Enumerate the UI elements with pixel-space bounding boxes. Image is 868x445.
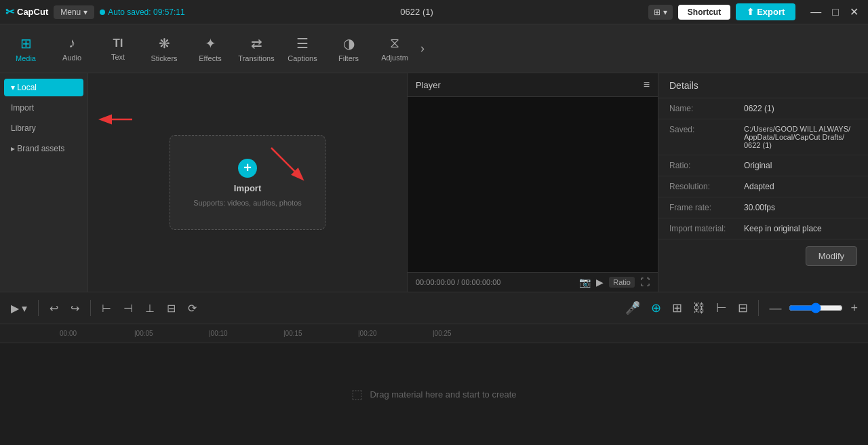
filters-label: Filters: [338, 54, 359, 62]
local-button[interactable]: ▾ Local: [4, 79, 83, 96]
redo-button[interactable]: ↪: [66, 299, 83, 317]
tool-captions[interactable]: ☰ Captions: [279, 26, 326, 72]
auto-saved-indicator: Auto saved: 09:57:11: [100, 7, 184, 17]
ruler-tick-3: |00:15: [283, 330, 302, 337]
tool-filters[interactable]: ◑ Filters: [326, 26, 372, 72]
shortcut-button[interactable]: Shortcut: [678, 5, 730, 20]
split-mid-button[interactable]: ⊣: [119, 299, 137, 317]
saved-value: C:/Users/GOOD WILL ALWAYS/AppData/Local/…: [744, 125, 850, 149]
import-material-label: Import material:: [669, 224, 744, 233]
toolbar-separator-3: [758, 300, 759, 316]
ratio-value: Original: [744, 161, 772, 170]
play-button[interactable]: ▶: [596, 277, 604, 288]
mic-button[interactable]: 🎤: [622, 298, 644, 318]
bottom-section: ▶ ▾ ↩ ↪ ⊢ ⊣ ⊥ ⊟ ⟳ 🎤 ⊕ ⊞ ⛓ ⊢ ⊟ —: [0, 292, 868, 445]
import-material-value: Keep in original place: [744, 224, 822, 233]
bottom-toolbar: ▶ ▾ ↩ ↪ ⊢ ⊣ ⊥ ⊟ ⟳ 🎤 ⊕ ⊞ ⛓ ⊢ ⊟ —: [0, 292, 868, 324]
delete-button[interactable]: ⊟: [163, 299, 180, 317]
player-timecode: 00:00:00:00 / 00:00:00:00: [416, 278, 500, 286]
player-screen: [408, 97, 658, 272]
resolution-label: Resolution:: [669, 182, 744, 191]
view-toggle-button[interactable]: ⊞ ▾: [648, 5, 672, 20]
svg-line-1: [271, 148, 302, 178]
timeline-content: ⬚ Drag material here and start to create: [0, 343, 868, 445]
ruler-tick-2: |00:10: [209, 330, 228, 337]
menu-button[interactable]: Menu ▾: [54, 5, 94, 19]
duplicate-button[interactable]: ⊟: [734, 298, 751, 318]
magnet-button[interactable]: ⊕: [648, 298, 665, 318]
player-menu-button[interactable]: ≡: [644, 79, 650, 91]
details-saved-row: Saved: C:/Users/GOOD WILL ALWAYS/AppData…: [658, 119, 868, 155]
details-resolution-row: Resolution: Adapted: [658, 176, 868, 197]
captions-label: Captions: [288, 54, 317, 62]
media-player-row: ▾ Local Import Library ▸ Brand assets: [0, 73, 868, 292]
toolbar-more-button[interactable]: ›: [418, 41, 427, 56]
logo-text: CapCut: [17, 7, 48, 17]
screenshot-button[interactable]: 📷: [579, 277, 591, 288]
import-box[interactable]: + Import Supports: videos, audios, photo…: [170, 135, 326, 230]
ruler-tick-1: |00:05: [134, 330, 153, 337]
main-toolbar: ⊞ Media ♪ Audio TI Text ❋ Stickers ✦ Eff…: [0, 24, 868, 73]
text-label: Text: [111, 53, 125, 61]
player-buttons: 📷 ▶ Ratio ⛶: [579, 277, 650, 288]
left-body: ▾ Local Import Library ▸ Brand assets: [0, 73, 868, 445]
tool-effects[interactable]: ✦ Effects: [187, 26, 233, 72]
tool-media[interactable]: ⊞ Media: [3, 26, 49, 72]
import-plus-icon[interactable]: +: [238, 159, 257, 178]
tool-transitions[interactable]: ⇄ Transitions: [233, 26, 279, 72]
app-logo: ✂ CapCut: [5, 5, 48, 18]
audio-icon: ♪: [68, 35, 75, 51]
crop-button[interactable]: ⊢: [713, 298, 730, 318]
tool-adjustm[interactable]: ⧖ Adjustm: [372, 26, 418, 72]
tool-stickers[interactable]: ❋ Stickers: [141, 26, 187, 72]
split-button[interactable]: ⊥: [141, 299, 159, 317]
adjustm-icon: ⧖: [390, 35, 399, 51]
minimize-button[interactable]: —: [806, 4, 825, 20]
details-name-row: Name: 0622 (1): [658, 98, 868, 119]
ruler-tick-4: |00:20: [358, 330, 377, 337]
window-controls: — □ ✕: [806, 4, 863, 20]
zoom-out-button[interactable]: —: [766, 298, 785, 318]
stickers-label: Stickers: [151, 54, 177, 62]
toolbar-right-controls: 🎤 ⊕ ⊞ ⛓ ⊢ ⊟ — +: [622, 298, 861, 318]
undo-button[interactable]: ↩: [45, 299, 62, 317]
saved-label: Saved:: [669, 125, 744, 149]
media-icon: ⊞: [20, 35, 32, 52]
fullscreen-button[interactable]: ⛶: [640, 277, 650, 288]
name-label: Name:: [669, 104, 744, 113]
left-panel: ▾ Local Import Library ▸ Brand assets: [0, 73, 88, 292]
top-bar: ✂ CapCut Menu ▾ Auto saved: 09:57:11 062…: [0, 0, 868, 24]
tool-text[interactable]: TI Text: [95, 26, 141, 72]
transitions-icon: ⇄: [251, 35, 262, 52]
close-button[interactable]: ✕: [846, 4, 863, 20]
timeline-empty-icon: ⬚: [351, 387, 363, 402]
brand-assets-button[interactable]: ▸ Brand assets: [4, 140, 83, 157]
link-button[interactable]: ⛓: [690, 298, 709, 318]
import-sublabel: Supports: videos, audios, photos: [193, 199, 302, 207]
export-button[interactable]: ⬆ Export: [736, 3, 795, 20]
details-ratio-row: Ratio: Original: [658, 155, 868, 176]
storyboard-button[interactable]: ⊞: [669, 298, 686, 318]
zoom-in-button[interactable]: +: [847, 298, 861, 318]
media-label: Media: [16, 54, 36, 62]
details-import-material-row: Import material: Keep in original place: [658, 218, 868, 239]
restore-button[interactable]: ⟳: [184, 299, 201, 317]
library-button[interactable]: Library: [4, 119, 83, 137]
player-title: Player: [416, 80, 441, 90]
zoom-slider[interactable]: [789, 303, 843, 313]
media-area: + Import Supports: videos, audios, photo…: [88, 73, 407, 292]
effects-icon: ✦: [205, 35, 216, 52]
import-button[interactable]: Import: [4, 99, 83, 117]
split-start-button[interactable]: ⊢: [98, 299, 115, 317]
maximize-button[interactable]: □: [828, 4, 843, 20]
ratio-label: Ratio:: [669, 161, 744, 170]
ruler-tick-5: |00:25: [433, 330, 452, 337]
transitions-label: Transitions: [238, 54, 274, 62]
cursor-tool-button[interactable]: ▶ ▾: [7, 299, 31, 317]
tool-audio[interactable]: ♪ Audio: [49, 26, 95, 72]
audio-label: Audio: [62, 54, 81, 62]
timeline-drag-label: Drag material here and start to create: [370, 389, 516, 400]
ratio-button[interactable]: Ratio: [609, 277, 635, 288]
modify-button[interactable]: Modify: [806, 246, 857, 266]
timeline-area: 00:00 |00:05 |00:10 |00:15 |00:20 |00:25…: [0, 324, 868, 445]
